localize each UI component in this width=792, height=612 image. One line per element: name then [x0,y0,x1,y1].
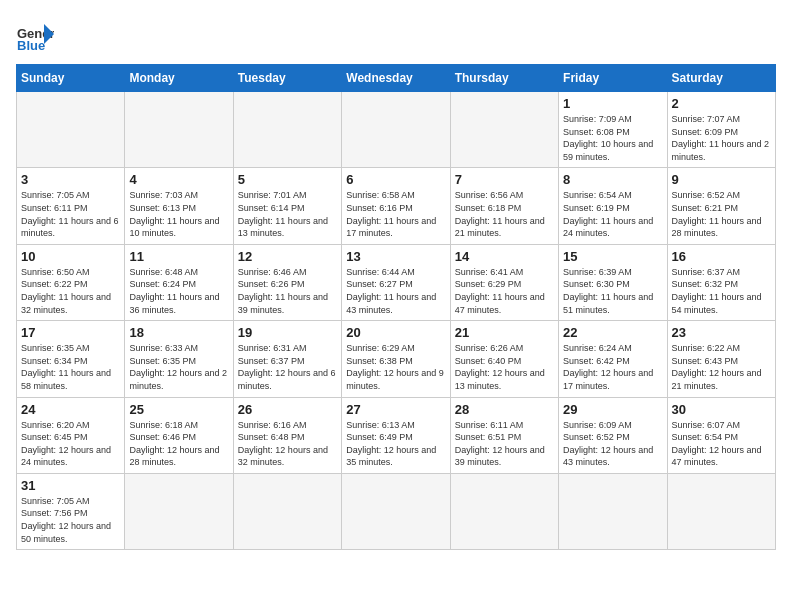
day-number: 10 [21,249,120,264]
day-info: Sunrise: 6:54 AM Sunset: 6:19 PM Dayligh… [563,189,662,239]
calendar-cell: 26Sunrise: 6:16 AM Sunset: 6:48 PM Dayli… [233,397,341,473]
calendar-cell: 14Sunrise: 6:41 AM Sunset: 6:29 PM Dayli… [450,244,558,320]
weekday-header-sunday: Sunday [17,65,125,92]
calendar-cell: 20Sunrise: 6:29 AM Sunset: 6:38 PM Dayli… [342,321,450,397]
calendar-cell: 6Sunrise: 6:58 AM Sunset: 6:16 PM Daylig… [342,168,450,244]
day-info: Sunrise: 6:11 AM Sunset: 6:51 PM Dayligh… [455,419,554,469]
day-number: 28 [455,402,554,417]
calendar-cell [342,473,450,549]
day-info: Sunrise: 6:46 AM Sunset: 6:26 PM Dayligh… [238,266,337,316]
day-number: 30 [672,402,771,417]
calendar-cell: 13Sunrise: 6:44 AM Sunset: 6:27 PM Dayli… [342,244,450,320]
weekday-header-friday: Friday [559,65,667,92]
day-number: 7 [455,172,554,187]
calendar-week-row: 31Sunrise: 7:05 AM Sunset: 7:56 PM Dayli… [17,473,776,549]
day-number: 8 [563,172,662,187]
logo-icon: General Blue [16,16,54,54]
calendar-cell: 25Sunrise: 6:18 AM Sunset: 6:46 PM Dayli… [125,397,233,473]
day-number: 4 [129,172,228,187]
weekday-header-saturday: Saturday [667,65,775,92]
day-info: Sunrise: 7:05 AM Sunset: 7:56 PM Dayligh… [21,495,120,545]
calendar-cell: 2Sunrise: 7:07 AM Sunset: 6:09 PM Daylig… [667,92,775,168]
calendar-cell [667,473,775,549]
day-number: 22 [563,325,662,340]
day-number: 17 [21,325,120,340]
day-number: 25 [129,402,228,417]
day-info: Sunrise: 6:50 AM Sunset: 6:22 PM Dayligh… [21,266,120,316]
calendar-week-row: 1Sunrise: 7:09 AM Sunset: 6:08 PM Daylig… [17,92,776,168]
calendar-cell [125,92,233,168]
day-info: Sunrise: 6:16 AM Sunset: 6:48 PM Dayligh… [238,419,337,469]
day-info: Sunrise: 6:20 AM Sunset: 6:45 PM Dayligh… [21,419,120,469]
day-info: Sunrise: 6:37 AM Sunset: 6:32 PM Dayligh… [672,266,771,316]
calendar-cell: 18Sunrise: 6:33 AM Sunset: 6:35 PM Dayli… [125,321,233,397]
day-number: 12 [238,249,337,264]
calendar-cell: 17Sunrise: 6:35 AM Sunset: 6:34 PM Dayli… [17,321,125,397]
day-number: 29 [563,402,662,417]
calendar-cell: 29Sunrise: 6:09 AM Sunset: 6:52 PM Dayli… [559,397,667,473]
day-number: 27 [346,402,445,417]
calendar-cell: 9Sunrise: 6:52 AM Sunset: 6:21 PM Daylig… [667,168,775,244]
calendar-week-row: 3Sunrise: 7:05 AM Sunset: 6:11 PM Daylig… [17,168,776,244]
day-number: 13 [346,249,445,264]
day-number: 23 [672,325,771,340]
weekday-header-tuesday: Tuesday [233,65,341,92]
day-info: Sunrise: 6:35 AM Sunset: 6:34 PM Dayligh… [21,342,120,392]
day-number: 11 [129,249,228,264]
day-number: 14 [455,249,554,264]
day-number: 3 [21,172,120,187]
calendar-cell [342,92,450,168]
day-info: Sunrise: 6:22 AM Sunset: 6:43 PM Dayligh… [672,342,771,392]
calendar-week-row: 17Sunrise: 6:35 AM Sunset: 6:34 PM Dayli… [17,321,776,397]
day-info: Sunrise: 6:33 AM Sunset: 6:35 PM Dayligh… [129,342,228,392]
day-info: Sunrise: 6:56 AM Sunset: 6:18 PM Dayligh… [455,189,554,239]
day-info: Sunrise: 6:44 AM Sunset: 6:27 PM Dayligh… [346,266,445,316]
day-info: Sunrise: 6:52 AM Sunset: 6:21 PM Dayligh… [672,189,771,239]
day-number: 21 [455,325,554,340]
calendar-cell: 8Sunrise: 6:54 AM Sunset: 6:19 PM Daylig… [559,168,667,244]
day-number: 18 [129,325,228,340]
day-number: 2 [672,96,771,111]
calendar-cell: 1Sunrise: 7:09 AM Sunset: 6:08 PM Daylig… [559,92,667,168]
svg-text:Blue: Blue [17,38,45,53]
calendar-cell [17,92,125,168]
calendar-cell: 28Sunrise: 6:11 AM Sunset: 6:51 PM Dayli… [450,397,558,473]
calendar-cell [450,92,558,168]
day-info: Sunrise: 7:03 AM Sunset: 6:13 PM Dayligh… [129,189,228,239]
weekday-header-thursday: Thursday [450,65,558,92]
calendar-week-row: 10Sunrise: 6:50 AM Sunset: 6:22 PM Dayli… [17,244,776,320]
day-number: 5 [238,172,337,187]
calendar-cell [559,473,667,549]
day-number: 9 [672,172,771,187]
day-info: Sunrise: 6:41 AM Sunset: 6:29 PM Dayligh… [455,266,554,316]
weekday-header-wednesday: Wednesday [342,65,450,92]
day-info: Sunrise: 7:01 AM Sunset: 6:14 PM Dayligh… [238,189,337,239]
day-info: Sunrise: 6:31 AM Sunset: 6:37 PM Dayligh… [238,342,337,392]
calendar-cell [233,473,341,549]
day-info: Sunrise: 7:09 AM Sunset: 6:08 PM Dayligh… [563,113,662,163]
day-info: Sunrise: 6:26 AM Sunset: 6:40 PM Dayligh… [455,342,554,392]
day-number: 19 [238,325,337,340]
calendar-cell: 7Sunrise: 6:56 AM Sunset: 6:18 PM Daylig… [450,168,558,244]
calendar-cell [125,473,233,549]
calendar-cell: 24Sunrise: 6:20 AM Sunset: 6:45 PM Dayli… [17,397,125,473]
day-number: 24 [21,402,120,417]
calendar-cell: 19Sunrise: 6:31 AM Sunset: 6:37 PM Dayli… [233,321,341,397]
calendar-cell: 30Sunrise: 6:07 AM Sunset: 6:54 PM Dayli… [667,397,775,473]
logo: General Blue [16,16,54,54]
day-info: Sunrise: 6:13 AM Sunset: 6:49 PM Dayligh… [346,419,445,469]
calendar-cell: 4Sunrise: 7:03 AM Sunset: 6:13 PM Daylig… [125,168,233,244]
calendar-cell: 27Sunrise: 6:13 AM Sunset: 6:49 PM Dayli… [342,397,450,473]
day-info: Sunrise: 7:07 AM Sunset: 6:09 PM Dayligh… [672,113,771,163]
day-info: Sunrise: 6:07 AM Sunset: 6:54 PM Dayligh… [672,419,771,469]
calendar-cell: 21Sunrise: 6:26 AM Sunset: 6:40 PM Dayli… [450,321,558,397]
day-number: 26 [238,402,337,417]
calendar-cell [233,92,341,168]
calendar-cell: 15Sunrise: 6:39 AM Sunset: 6:30 PM Dayli… [559,244,667,320]
calendar-week-row: 24Sunrise: 6:20 AM Sunset: 6:45 PM Dayli… [17,397,776,473]
day-number: 16 [672,249,771,264]
day-info: Sunrise: 6:18 AM Sunset: 6:46 PM Dayligh… [129,419,228,469]
day-number: 6 [346,172,445,187]
day-info: Sunrise: 6:58 AM Sunset: 6:16 PM Dayligh… [346,189,445,239]
weekday-header-monday: Monday [125,65,233,92]
